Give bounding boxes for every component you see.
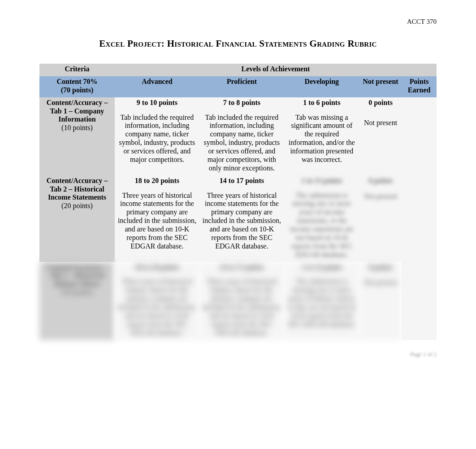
cell-desc: Tab was missing a significant amount of … bbox=[286, 113, 358, 164]
cell-points: 1 to 6 points bbox=[286, 99, 358, 107]
table-header-row-2: Content 70% (70 points) Advanced Profici… bbox=[39, 76, 437, 97]
cell-points: 9 to 10 points bbox=[117, 99, 198, 107]
cell-points: 0 points bbox=[361, 99, 400, 107]
not-present-cell: 0 points Not present bbox=[359, 175, 402, 262]
table-row: Content/Accuracy – Tab 2 – Historical In… bbox=[39, 175, 437, 262]
criteria-points: (10 points) bbox=[61, 124, 93, 131]
points-earned-cell bbox=[402, 97, 437, 175]
course-code: ACCT 370 bbox=[39, 18, 437, 26]
proficient-cell: 14 to 17 points Three years of historica… bbox=[199, 175, 284, 262]
cell-desc: Three years of historical balance sheets… bbox=[201, 278, 282, 337]
cell-desc: Not present bbox=[361, 119, 400, 127]
points-earned-cell bbox=[402, 175, 437, 262]
content-pct-label: Content 70% bbox=[56, 78, 97, 85]
cell-desc: Three years of historical balance sheets… bbox=[117, 278, 198, 337]
criteria-title: Content/Accuracy – Tab 1 – Company Infor… bbox=[47, 99, 108, 123]
cell-points: 1 to 13 points bbox=[286, 177, 358, 185]
header-not-present: Not present bbox=[359, 76, 402, 97]
table-row: Content/Accuracy – Tab 1 – Company Infor… bbox=[39, 97, 437, 175]
criteria-points: (20 points) bbox=[61, 288, 93, 296]
header-developing: Developing bbox=[284, 76, 359, 97]
criteria-title: Content/Accuracy – Tab 2 – Historical In… bbox=[47, 177, 108, 201]
cell-desc: Not present bbox=[361, 192, 400, 201]
proficient-cell: 14 to 17 points Three years of historica… bbox=[199, 262, 284, 340]
advanced-cell: 18 to 20 points Three years of historica… bbox=[115, 262, 199, 340]
developing-cell: 1 to 6 points Tab was missing a signific… bbox=[284, 97, 359, 175]
document-title: Excel Project: Historical Financial Stat… bbox=[39, 38, 437, 49]
cell-points: 0 points bbox=[361, 263, 400, 272]
advanced-cell: 18 to 20 points Three years of historica… bbox=[115, 175, 199, 262]
cell-points: 14 to 17 points bbox=[201, 177, 282, 185]
table-header-row-1: Criteria Levels of Achievement bbox=[39, 64, 437, 76]
header-criteria: Criteria bbox=[39, 64, 115, 76]
header-levels: Levels of Achievement bbox=[115, 64, 437, 76]
document-page: ACCT 370 Excel Project: Historical Finan… bbox=[0, 0, 476, 367]
content-pts-label: (70 points) bbox=[61, 86, 93, 94]
table-row: Content/Accuracy – Tab 3 – Historical Ba… bbox=[39, 262, 437, 340]
cell-desc: Three years of historical income stateme… bbox=[117, 192, 198, 251]
advanced-cell: 9 to 10 points Tab included the required… bbox=[115, 97, 199, 175]
header-content-pct: Content 70% (70 points) bbox=[39, 76, 115, 97]
criteria-cell: Content/Accuracy – Tab 1 – Company Infor… bbox=[39, 97, 115, 175]
cell-points: 14 to 17 points bbox=[201, 263, 282, 272]
rubric-table: Criteria Levels of Achievement Content 7… bbox=[39, 64, 437, 340]
developing-cell: 1 to 13 points The submission is missing… bbox=[284, 262, 359, 340]
not-present-cell: 0 points Not present bbox=[359, 262, 402, 340]
proficient-cell: 7 to 8 points Tab included the required … bbox=[199, 97, 284, 175]
cell-desc: Tab included the required information, i… bbox=[201, 113, 282, 173]
not-present-cell: 0 points Not present bbox=[359, 97, 402, 175]
developing-cell: 1 to 13 points The submission is missing… bbox=[284, 175, 359, 262]
header-advanced: Advanced bbox=[115, 76, 199, 97]
cell-desc: Three years of historical income stateme… bbox=[201, 192, 282, 251]
cell-points: 1 to 13 points bbox=[286, 263, 358, 272]
cell-points: 18 to 20 points bbox=[117, 177, 198, 185]
header-proficient: Proficient bbox=[199, 76, 284, 97]
cell-desc: Not present bbox=[361, 279, 400, 287]
cell-desc: The submission is missing one or more ye… bbox=[286, 278, 358, 328]
cell-desc: The submission is missing one or more ye… bbox=[286, 192, 358, 259]
criteria-title: Content/Accuracy – Tab 3 – Historical Ba… bbox=[47, 263, 108, 288]
header-points-earned: Points Earned bbox=[402, 76, 437, 97]
cell-points: 0 points bbox=[361, 177, 400, 185]
cell-points: 7 to 8 points bbox=[201, 99, 282, 107]
page-footer: Page 1 of 2 bbox=[39, 351, 437, 358]
criteria-points: (20 points) bbox=[61, 202, 93, 209]
points-earned-cell bbox=[402, 262, 437, 340]
criteria-cell: Content/Accuracy – Tab 2 – Historical In… bbox=[39, 175, 115, 262]
criteria-cell: Content/Accuracy – Tab 3 – Historical Ba… bbox=[39, 262, 115, 340]
cell-points: 18 to 20 points bbox=[117, 263, 198, 272]
cell-desc: Tab included the required information, i… bbox=[117, 113, 198, 164]
